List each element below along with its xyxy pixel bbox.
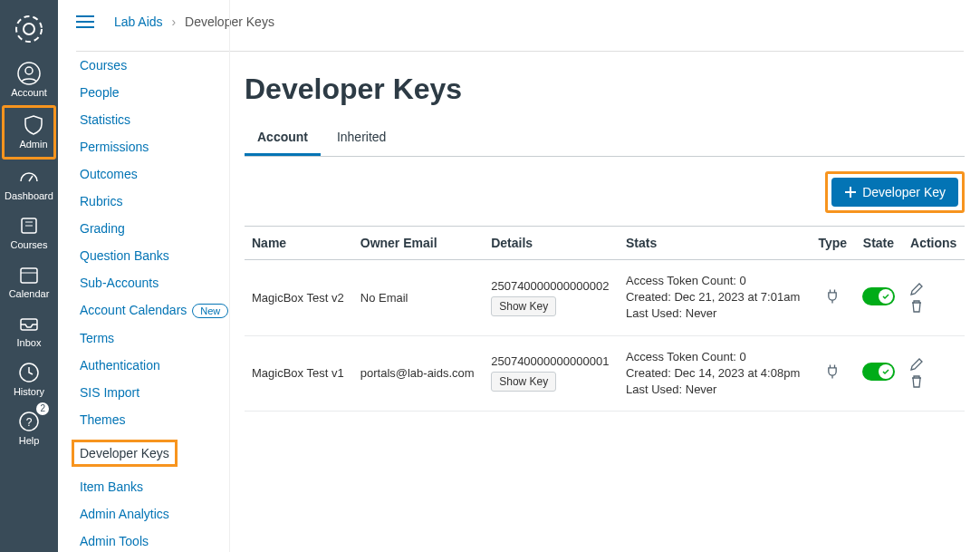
inbox-icon — [17, 312, 41, 335]
context-nav-link[interactable]: People — [80, 85, 120, 100]
context-nav-link[interactable]: Developer Keys — [80, 446, 169, 460]
context-nav-item[interactable]: Account CalendarsNew — [80, 303, 229, 318]
col-details: Details — [484, 227, 619, 260]
svg-point-1 — [24, 24, 34, 34]
context-nav-item[interactable]: Grading — [80, 221, 229, 236]
context-nav-link[interactable]: Account Calendars — [80, 303, 187, 317]
context-nav-link[interactable]: Terms — [80, 331, 114, 345]
context-nav-link[interactable]: Admin Analytics — [80, 507, 169, 521]
nav-admin[interactable]: Admin — [5, 108, 62, 157]
context-nav-link[interactable]: SIS Import — [80, 385, 139, 400]
col-actions: Actions — [902, 227, 965, 260]
context-nav-item[interactable]: Question Banks — [80, 248, 229, 263]
context-nav-link[interactable]: Question Banks — [80, 248, 169, 263]
context-nav-item[interactable]: Admin Analytics — [80, 507, 229, 521]
page-title: Developer Keys — [245, 73, 965, 106]
context-nav-item[interactable]: Sub-Accounts — [80, 276, 229, 290]
add-key-highlight: Developer Key — [825, 171, 965, 213]
tab-inherited[interactable]: Inherited — [324, 122, 399, 153]
cell-stats: Access Token Count: 0Created: Dec 21, 20… — [619, 260, 811, 336]
keys-table: Name Owner Email Details Stats Type Stat… — [245, 226, 965, 412]
dashboard-icon — [17, 165, 41, 189]
trash-icon[interactable] — [909, 299, 924, 314]
edit-icon[interactable] — [909, 282, 924, 296]
context-nav-link[interactable]: Statistics — [80, 112, 130, 127]
book-icon — [17, 214, 41, 237]
lti-plug-icon — [823, 363, 841, 381]
nav-courses-label: Courses — [0, 239, 58, 250]
svg-line-4 — [29, 176, 33, 181]
context-nav-item[interactable]: SIS Import — [80, 385, 229, 400]
lti-plug-icon — [823, 287, 841, 305]
context-nav-item[interactable]: Item Banks — [80, 479, 229, 494]
shield-icon — [22, 113, 45, 137]
nav-inbox-label: Inbox — [0, 337, 58, 348]
svg-rect-8 — [21, 268, 37, 283]
context-nav-item[interactable]: Outcomes — [80, 167, 229, 181]
show-key-button[interactable]: Show Key — [491, 372, 556, 392]
nav-inbox[interactable]: Inbox — [0, 306, 58, 355]
context-nav-link[interactable]: Admin Tools — [80, 534, 149, 548]
nav-courses[interactable]: Courses — [0, 208, 58, 257]
state-toggle[interactable] — [862, 363, 895, 381]
col-email: Owner Email — [353, 227, 484, 260]
cell-details: 250740000000000002Show Key — [484, 260, 619, 336]
context-nav-item[interactable]: Terms — [80, 331, 229, 345]
cell-actions — [902, 335, 965, 412]
show-key-button[interactable]: Show Key — [491, 296, 556, 316]
history-icon — [17, 361, 41, 384]
state-toggle[interactable] — [862, 287, 895, 305]
nav-history[interactable]: History — [0, 355, 58, 404]
help-icon: ? — [17, 410, 41, 433]
col-type: Type — [811, 227, 854, 260]
context-nav-link[interactable]: Grading — [80, 221, 125, 236]
svg-text:?: ? — [26, 416, 33, 429]
context-nav-item[interactable]: Authentication — [80, 358, 229, 373]
nav-calendar[interactable]: Calendar — [0, 257, 58, 306]
context-nav-item[interactable]: Statistics — [80, 112, 229, 127]
context-nav-link[interactable]: Authentication — [80, 358, 160, 373]
app-logo — [11, 11, 47, 47]
tabs: Account Inherited — [245, 122, 965, 157]
context-nav-link[interactable]: Rubrics — [80, 194, 122, 208]
nav-help[interactable]: 2 ? Help — [0, 404, 58, 453]
add-developer-key-button[interactable]: Developer Key — [831, 178, 958, 207]
main-content: Developer Keys Account Inherited Develop… — [245, 73, 965, 412]
context-nav: CoursesPeopleStatisticsPermissionsOutcom… — [58, 0, 230, 552]
cell-type — [811, 335, 854, 412]
svg-point-0 — [16, 16, 42, 42]
table-row: MagicBox Test v1portals@lab-aids.com2507… — [245, 335, 965, 412]
nav-account-label: Account — [0, 87, 58, 98]
context-nav-item[interactable]: Rubrics — [80, 194, 229, 208]
nav-dashboard[interactable]: Dashboard — [0, 160, 58, 208]
plus-icon — [844, 186, 857, 199]
nav-dashboard-label: Dashboard — [0, 190, 58, 201]
context-nav-item[interactable]: Courses — [80, 58, 229, 73]
new-pill: New — [192, 304, 228, 318]
cell-state — [854, 260, 902, 336]
user-icon — [17, 62, 41, 85]
edit-icon[interactable] — [909, 357, 924, 372]
context-nav-item[interactable]: People — [80, 85, 229, 100]
svg-point-3 — [25, 67, 33, 74]
context-nav-item[interactable]: Admin Tools — [80, 534, 229, 548]
cell-email: No Email — [353, 260, 484, 336]
nav-admin-label: Admin — [5, 139, 62, 150]
table-row: MagicBox Test v2No Email2507400000000000… — [245, 260, 965, 336]
nav-account[interactable]: Account — [0, 56, 58, 105]
context-nav-link[interactable]: Item Banks — [80, 479, 143, 494]
col-stats: Stats — [619, 227, 811, 260]
context-nav-link[interactable]: Courses — [80, 58, 127, 73]
cell-details: 250740000000000001Show Key — [484, 335, 619, 412]
tab-account[interactable]: Account — [245, 122, 321, 156]
context-nav-item[interactable]: Permissions — [80, 140, 229, 154]
context-nav-link[interactable]: Themes — [80, 412, 126, 427]
context-nav-link[interactable]: Outcomes — [80, 167, 138, 181]
context-nav-link[interactable]: Sub-Accounts — [80, 276, 159, 290]
context-nav-link[interactable]: Permissions — [80, 140, 149, 154]
cell-name: MagicBox Test v1 — [245, 335, 353, 412]
calendar-icon — [17, 263, 41, 286]
context-nav-item[interactable]: Themes — [80, 412, 229, 427]
context-nav-item[interactable]: Developer Keys — [72, 440, 178, 467]
trash-icon[interactable] — [909, 374, 924, 389]
